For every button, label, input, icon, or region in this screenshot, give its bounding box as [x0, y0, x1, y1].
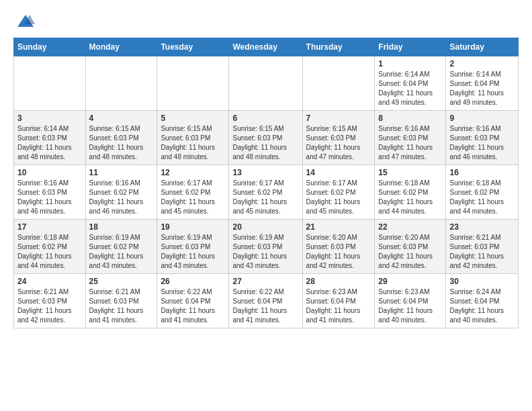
calendar-cell: 9Sunrise: 6:16 AM Sunset: 6:03 PM Daylig…	[446, 111, 519, 165]
day-number: 17	[17, 222, 82, 232]
calendar-cell: 13Sunrise: 6:17 AM Sunset: 6:02 PM Dayli…	[229, 165, 302, 220]
day-number: 30	[449, 277, 515, 286]
day-info: Sunrise: 6:18 AM Sunset: 6:02 PM Dayligh…	[378, 179, 442, 216]
day-info: Sunrise: 6:16 AM Sunset: 6:03 PM Dayligh…	[378, 124, 442, 162]
day-number: 12	[161, 168, 225, 177]
day-number: 8	[378, 113, 442, 123]
calendar-cell: 30Sunrise: 6:24 AM Sunset: 6:04 PM Dayli…	[446, 274, 519, 328]
calendar-cell: 26Sunrise: 6:22 AM Sunset: 6:04 PM Dayli…	[157, 274, 229, 328]
page: SundayMondayTuesdayWednesdayThursdayFrid…	[0, 0, 532, 340]
calendar-header-friday: Friday	[375, 38, 446, 56]
day-info: Sunrise: 6:15 AM Sunset: 6:03 PM Dayligh…	[232, 124, 298, 162]
calendar-cell: 29Sunrise: 6:23 AM Sunset: 6:04 PM Dayli…	[375, 274, 446, 328]
day-info: Sunrise: 6:14 AM Sunset: 6:04 PM Dayligh…	[449, 70, 515, 107]
day-info: Sunrise: 6:18 AM Sunset: 6:02 PM Dayligh…	[449, 179, 515, 216]
calendar-header-saturday: Saturday	[446, 38, 519, 56]
calendar-cell: 3Sunrise: 6:14 AM Sunset: 6:03 PM Daylig…	[14, 111, 86, 165]
day-number: 4	[89, 113, 154, 123]
calendar-cell: 18Sunrise: 6:19 AM Sunset: 6:02 PM Dayli…	[85, 220, 157, 274]
day-number: 7	[306, 113, 371, 123]
day-info: Sunrise: 6:23 AM Sunset: 6:04 PM Dayligh…	[378, 287, 442, 325]
calendar-cell: 24Sunrise: 6:21 AM Sunset: 6:03 PM Dayli…	[14, 274, 86, 328]
day-number: 26	[161, 277, 225, 286]
day-number: 3	[17, 113, 82, 123]
calendar-cell: 1Sunrise: 6:14 AM Sunset: 6:04 PM Daylig…	[375, 56, 446, 111]
day-number: 6	[232, 113, 298, 123]
day-number: 21	[306, 222, 371, 232]
calendar-cell: 22Sunrise: 6:20 AM Sunset: 6:03 PM Dayli…	[375, 220, 446, 274]
calendar-week-row-5: 24Sunrise: 6:21 AM Sunset: 6:03 PM Dayli…	[14, 274, 519, 328]
day-number: 24	[17, 277, 82, 286]
calendar-cell: 7Sunrise: 6:15 AM Sunset: 6:03 PM Daylig…	[302, 111, 375, 165]
calendar-table: SundayMondayTuesdayWednesdayThursdayFrid…	[13, 38, 519, 328]
calendar-week-row-3: 10Sunrise: 6:16 AM Sunset: 6:03 PM Dayli…	[14, 165, 519, 220]
calendar-cell	[157, 56, 229, 111]
day-info: Sunrise: 6:24 AM Sunset: 6:04 PM Dayligh…	[449, 287, 515, 325]
day-number: 22	[378, 222, 442, 232]
day-number: 5	[161, 113, 225, 123]
day-number: 19	[161, 222, 225, 232]
calendar-cell	[229, 56, 302, 111]
day-number: 15	[378, 168, 442, 177]
calendar-cell: 27Sunrise: 6:22 AM Sunset: 6:04 PM Dayli…	[229, 274, 302, 328]
day-number: 14	[306, 168, 371, 177]
calendar-week-row-2: 3Sunrise: 6:14 AM Sunset: 6:03 PM Daylig…	[14, 111, 519, 165]
day-number: 27	[232, 277, 298, 286]
calendar-cell: 12Sunrise: 6:17 AM Sunset: 6:02 PM Dayli…	[157, 165, 229, 220]
day-info: Sunrise: 6:23 AM Sunset: 6:04 PM Dayligh…	[306, 287, 371, 325]
day-info: Sunrise: 6:15 AM Sunset: 6:03 PM Dayligh…	[89, 124, 154, 162]
logo-area	[13, 12, 35, 31]
day-info: Sunrise: 6:15 AM Sunset: 6:03 PM Dayligh…	[161, 124, 225, 162]
day-info: Sunrise: 6:16 AM Sunset: 6:03 PM Dayligh…	[17, 179, 82, 216]
calendar-cell: 20Sunrise: 6:19 AM Sunset: 6:03 PM Dayli…	[229, 220, 302, 274]
calendar-cell: 23Sunrise: 6:21 AM Sunset: 6:03 PM Dayli…	[446, 220, 519, 274]
day-info: Sunrise: 6:14 AM Sunset: 6:04 PM Dayligh…	[378, 70, 442, 107]
day-number: 16	[449, 168, 515, 177]
day-number: 23	[449, 222, 515, 232]
calendar-header-thursday: Thursday	[302, 38, 375, 56]
day-info: Sunrise: 6:17 AM Sunset: 6:02 PM Dayligh…	[306, 179, 371, 216]
day-number: 2	[449, 59, 515, 68]
calendar-cell: 4Sunrise: 6:15 AM Sunset: 6:03 PM Daylig…	[85, 111, 157, 165]
calendar-cell: 11Sunrise: 6:16 AM Sunset: 6:02 PM Dayli…	[85, 165, 157, 220]
day-info: Sunrise: 6:15 AM Sunset: 6:03 PM Dayligh…	[306, 124, 371, 162]
day-info: Sunrise: 6:16 AM Sunset: 6:02 PM Dayligh…	[89, 179, 154, 216]
day-number: 10	[17, 168, 82, 177]
calendar-cell: 16Sunrise: 6:18 AM Sunset: 6:02 PM Dayli…	[446, 165, 519, 220]
calendar-cell: 25Sunrise: 6:21 AM Sunset: 6:03 PM Dayli…	[85, 274, 157, 328]
day-number: 13	[232, 168, 298, 177]
day-info: Sunrise: 6:16 AM Sunset: 6:03 PM Dayligh…	[449, 124, 515, 162]
day-info: Sunrise: 6:19 AM Sunset: 6:03 PM Dayligh…	[161, 233, 225, 271]
header	[13, 12, 519, 31]
calendar-cell: 17Sunrise: 6:18 AM Sunset: 6:02 PM Dayli…	[14, 220, 86, 274]
day-info: Sunrise: 6:21 AM Sunset: 6:03 PM Dayligh…	[17, 287, 82, 325]
calendar-cell: 6Sunrise: 6:15 AM Sunset: 6:03 PM Daylig…	[229, 111, 302, 165]
day-number: 18	[89, 222, 154, 232]
day-number: 29	[378, 277, 442, 286]
calendar-cell: 15Sunrise: 6:18 AM Sunset: 6:02 PM Dayli…	[375, 165, 446, 220]
day-info: Sunrise: 6:22 AM Sunset: 6:04 PM Dayligh…	[232, 287, 298, 325]
day-info: Sunrise: 6:17 AM Sunset: 6:02 PM Dayligh…	[232, 179, 298, 216]
calendar-cell	[85, 56, 157, 111]
day-info: Sunrise: 6:20 AM Sunset: 6:03 PM Dayligh…	[378, 233, 442, 271]
calendar-cell: 10Sunrise: 6:16 AM Sunset: 6:03 PM Dayli…	[14, 165, 86, 220]
day-info: Sunrise: 6:20 AM Sunset: 6:03 PM Dayligh…	[306, 233, 371, 271]
calendar-header-monday: Monday	[85, 38, 157, 56]
calendar-header-row: SundayMondayTuesdayWednesdayThursdayFrid…	[14, 38, 519, 56]
day-number: 28	[306, 277, 371, 286]
calendar-header-sunday: Sunday	[14, 38, 86, 56]
calendar-week-row-1: 1Sunrise: 6:14 AM Sunset: 6:04 PM Daylig…	[14, 56, 519, 111]
day-number: 9	[449, 113, 515, 123]
calendar-cell: 8Sunrise: 6:16 AM Sunset: 6:03 PM Daylig…	[375, 111, 446, 165]
logo-icon	[16, 12, 35, 31]
calendar-cell	[302, 56, 375, 111]
day-info: Sunrise: 6:18 AM Sunset: 6:02 PM Dayligh…	[17, 233, 82, 271]
calendar-cell: 14Sunrise: 6:17 AM Sunset: 6:02 PM Dayli…	[302, 165, 375, 220]
calendar-cell: 28Sunrise: 6:23 AM Sunset: 6:04 PM Dayli…	[302, 274, 375, 328]
day-info: Sunrise: 6:14 AM Sunset: 6:03 PM Dayligh…	[17, 124, 82, 162]
calendar-cell: 21Sunrise: 6:20 AM Sunset: 6:03 PM Dayli…	[302, 220, 375, 274]
day-info: Sunrise: 6:19 AM Sunset: 6:03 PM Dayligh…	[232, 233, 298, 271]
calendar-header-wednesday: Wednesday	[229, 38, 302, 56]
calendar-week-row-4: 17Sunrise: 6:18 AM Sunset: 6:02 PM Dayli…	[14, 220, 519, 274]
day-number: 20	[232, 222, 298, 232]
